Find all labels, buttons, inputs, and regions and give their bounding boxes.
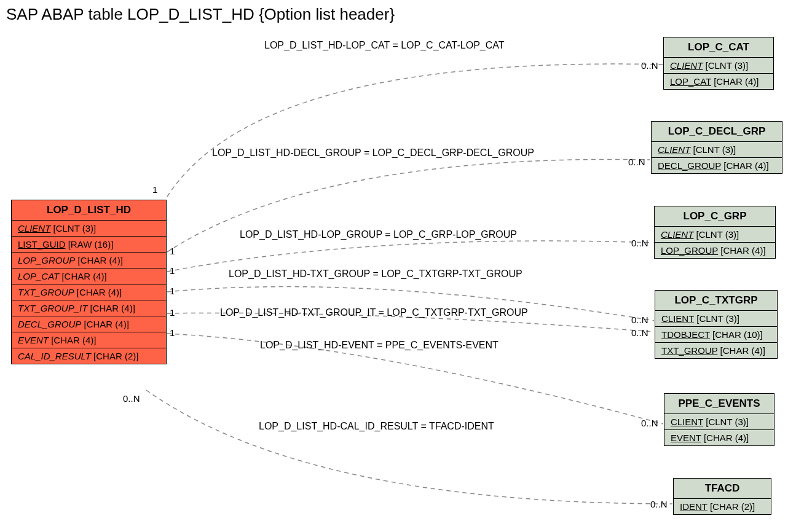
entity-header: LOP_C_TXTGRP <box>655 291 777 311</box>
relationship-label: LOP_D_LIST_HD-EVENT = PPE_C_EVENTS-EVENT <box>260 340 499 351</box>
entity-header: LOP_C_GRP <box>655 206 775 227</box>
cardinality-label: 0..N <box>650 499 668 509</box>
relationship-label: LOP_D_LIST_HD-DECL_GROUP = LOP_C_DECL_GR… <box>212 147 534 159</box>
relationship-label: LOP_D_LIST_HD-LOP_CAT = LOP_C_CAT-LOP_CA… <box>264 40 505 51</box>
entity-field: TDOBJECT [CHAR (10)] <box>655 327 777 343</box>
entity-field: TXT_GROUP_IT [CHAR (4)] <box>12 300 166 316</box>
entity-field: DECL_GROUP [CHAR (4)] <box>12 316 166 332</box>
page-title: SAP ABAP table LOP_D_LIST_HD {Option lis… <box>6 5 395 24</box>
entity-header: LOP_C_DECL_GRP <box>652 122 782 142</box>
entity-field: LOP_GROUP [CHAR (4)] <box>12 253 166 268</box>
cardinality-label: 1 <box>170 265 175 276</box>
cardinality-label: 0..N <box>631 238 648 248</box>
entity-field: EVENT [CHAR (4)] <box>12 332 166 348</box>
cardinality-label: 0..N <box>123 393 140 404</box>
entity-field: LOP_GROUP [CHAR (4)] <box>655 243 775 258</box>
relationship-label: LOP_D_LIST_HD-CAL_ID_RESULT = TFACD-IDEN… <box>259 421 494 432</box>
entity-field: IDENT [CHAR (2)] <box>674 499 771 514</box>
relationship-label: LOP_D_LIST_HD-TXT_GROUP = LOP_C_TXTGRP-T… <box>229 268 522 280</box>
entity-field: CLIENT [CLNT (3)] <box>652 142 782 158</box>
cardinality-label: 0..N <box>628 157 645 167</box>
entity-lop-c-txtgrp: LOP_C_TXTGRP CLIENT [CLNT (3)] TDOBJECT … <box>655 290 778 359</box>
cardinality-label: 0..N <box>631 327 648 338</box>
entity-field: LIST_GUID [RAW (16)] <box>12 237 166 253</box>
entity-field: TXT_GROUP [CHAR (4)] <box>12 284 166 300</box>
entity-lop-c-decl-grp: LOP_C_DECL_GRP CLIENT [CLNT (3)] DECL_GR… <box>651 121 782 174</box>
entity-ppe-c-events: PPE_C_EVENTS CLIENT [CLNT (3)] EVENT [CH… <box>664 393 775 446</box>
entity-field: CAL_ID_RESULT [CHAR (2)] <box>12 348 166 364</box>
cardinality-label: 1 <box>170 246 175 256</box>
entity-main: LOP_D_LIST_HD CLIENT [CLNT (3)] LIST_GUI… <box>11 200 167 364</box>
relationship-label: LOP_D_LIST_HD-LOP_GROUP = LOP_C_GRP-LOP_… <box>240 229 517 240</box>
entity-header: LOP_C_CAT <box>664 37 773 58</box>
entity-field: CLIENT [CLNT (3)] <box>664 58 773 74</box>
cardinality-label: 1 <box>152 184 157 195</box>
cardinality-label: 0..N <box>631 315 648 325</box>
entity-field: CLIENT [CLNT (3)] <box>655 311 777 327</box>
entity-field: DECL_GROUP [CHAR (4)] <box>652 158 782 173</box>
entity-lop-c-cat: LOP_C_CAT CLIENT [CLNT (3)] LOP_CAT [CHA… <box>663 37 774 90</box>
entity-field: CLIENT [CLNT (3)] <box>655 227 775 243</box>
entity-header: TFACD <box>674 479 771 499</box>
cardinality-label: 1 <box>170 307 175 318</box>
entity-field: TXT_GROUP [CHAR (4)] <box>655 343 777 358</box>
entity-field: LOP_CAT [CHAR (4)] <box>12 268 166 284</box>
entity-field: CLIENT [CLNT (3)] <box>664 414 774 430</box>
entity-header: PPE_C_EVENTS <box>664 394 774 414</box>
cardinality-label: 0..N <box>641 60 658 71</box>
relationship-label: LOP_D_LIST_HD-TXT_GROUP_IT = LOP_C_TXTGR… <box>220 307 528 318</box>
entity-main-header: LOP_D_LIST_HD <box>12 200 166 221</box>
entity-field: EVENT [CHAR (4)] <box>664 430 774 445</box>
entity-field: CLIENT [CLNT (3)] <box>12 221 166 237</box>
entity-tfacd: TFACD IDENT [CHAR (2)] <box>673 478 771 515</box>
cardinality-label: 1 <box>170 286 175 296</box>
entity-field: LOP_CAT [CHAR (4)] <box>664 74 773 89</box>
entity-lop-c-grp: LOP_C_GRP CLIENT [CLNT (3)] LOP_GROUP [C… <box>654 206 776 259</box>
cardinality-label: 0..N <box>641 418 658 428</box>
cardinality-label: 1 <box>170 327 175 338</box>
